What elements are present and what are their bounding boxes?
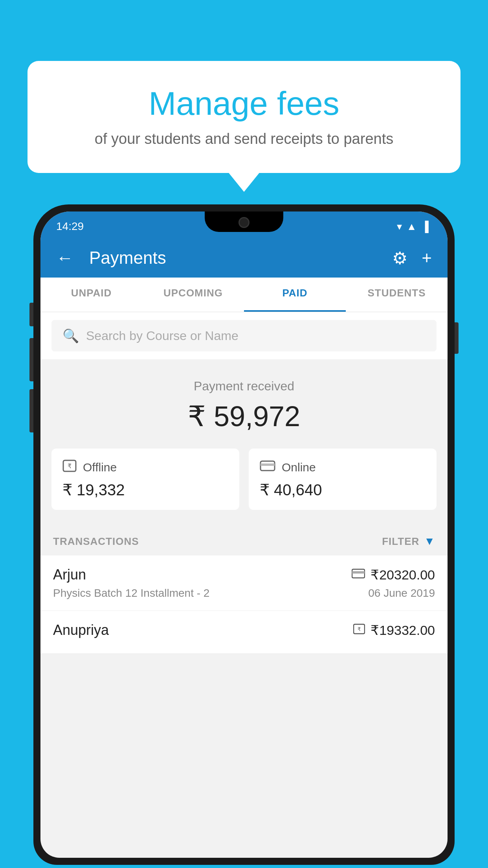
power-button (455, 322, 459, 354)
settings-icon[interactable]: ⚙ (392, 248, 407, 268)
tab-paid[interactable]: PAID (244, 278, 346, 312)
transaction-rupee-icon-anupriya: ₹ (353, 623, 365, 637)
payment-received-label: Payment received (48, 379, 440, 394)
app-title: Payments (89, 248, 380, 268)
battery-icon: ▐ (422, 221, 429, 233)
status-icons: ▾ ▲ ▐ (397, 221, 429, 233)
volume-silent-button (29, 303, 33, 326)
svg-rect-3 (261, 463, 275, 466)
transaction-name-arjun: Arjun (53, 566, 86, 583)
online-card: Online ₹ 40,640 (249, 449, 437, 510)
search-input[interactable]: Search by Course or Name (86, 329, 238, 343)
svg-text:₹: ₹ (358, 626, 361, 632)
tabs-bar: UNPAID UPCOMING PAID STUDENTS (40, 278, 448, 312)
phone-mockup: 14:29 ▾ ▲ ▐ ← Payments ⚙ (33, 204, 455, 868)
volume-up-button (29, 338, 33, 381)
payment-received-amount: ₹ 59,972 (48, 400, 440, 433)
speech-bubble: Manage fees of your students and send re… (28, 61, 460, 173)
transactions-label: TRANSACTIONS (53, 535, 139, 548)
transaction-row2-arjun: Physics Batch 12 Installment - 2 06 June… (53, 587, 435, 600)
transaction-amount-anupriya: ₹ ₹19332.00 (353, 622, 435, 638)
offline-card: ₹ Offline ₹ 19,332 (51, 449, 239, 510)
add-button[interactable]: + (422, 248, 432, 268)
status-time: 14:29 (56, 220, 84, 233)
offline-icon: ₹ (62, 460, 77, 475)
bubble-subtitle: of your students and send receipts to pa… (59, 131, 429, 147)
filter-container[interactable]: FILTER ▼ (382, 535, 435, 548)
payment-section: Payment received ₹ 59,972 (40, 359, 448, 449)
tab-unpaid[interactable]: UNPAID (40, 278, 142, 312)
payment-cards: ₹ Offline ₹ 19,332 (40, 449, 448, 524)
transactions-header: TRANSACTIONS FILTER ▼ (40, 524, 448, 555)
offline-amount: ₹ 19,332 (62, 481, 228, 499)
tab-students[interactable]: STUDENTS (346, 278, 448, 312)
signal-icon: ▲ (407, 221, 417, 233)
transaction-item-anupriya[interactable]: Anupriya ₹ ₹19332.00 (40, 611, 448, 654)
transaction-amount-value-anupriya: ₹19332.00 (371, 622, 435, 638)
search-container: 🔍 Search by Course or Name (40, 312, 448, 359)
volume-down-button (29, 389, 33, 432)
online-label: Online (282, 461, 316, 474)
online-amount: ₹ 40,640 (260, 481, 426, 499)
svg-text:₹: ₹ (68, 463, 72, 469)
filter-icon: ▼ (424, 535, 435, 548)
search-box[interactable]: 🔍 Search by Course or Name (51, 320, 437, 351)
online-card-header: Online (260, 460, 426, 475)
svg-rect-5 (352, 571, 365, 574)
transaction-card-icon-arjun (352, 568, 365, 581)
transaction-amount-arjun: ₹20320.00 (352, 567, 435, 583)
search-icon: 🔍 (62, 328, 79, 344)
transaction-name-anupriya: Anupriya (53, 622, 109, 638)
phone-outer: 14:29 ▾ ▲ ▐ ← Payments ⚙ (33, 204, 455, 865)
transaction-row1-anupriya: Anupriya ₹ ₹19332.00 (53, 622, 435, 638)
speech-bubble-container: Manage fees of your students and send re… (28, 61, 460, 173)
front-camera (238, 217, 250, 228)
transaction-desc-arjun: Physics Batch 12 Installment - 2 (53, 587, 209, 600)
transaction-row1-arjun: Arjun ₹20320.00 (53, 566, 435, 583)
app-bar-icons: ⚙ + (392, 248, 432, 268)
offline-card-header: ₹ Offline (62, 460, 228, 475)
back-button[interactable]: ← (56, 248, 73, 268)
screen-content: 14:29 ▾ ▲ ▐ ← Payments ⚙ (40, 211, 448, 858)
tab-upcoming[interactable]: UPCOMING (142, 278, 244, 312)
transaction-item-arjun[interactable]: Arjun ₹20320.00 Physics (40, 555, 448, 611)
filter-label: FILTER (382, 535, 419, 548)
wifi-icon: ▾ (397, 221, 402, 233)
app-bar: ← Payments ⚙ + (40, 238, 448, 278)
bubble-title: Manage fees (59, 85, 429, 123)
online-icon (260, 460, 275, 475)
phone-notch (205, 211, 283, 232)
phone-screen: 14:29 ▾ ▲ ▐ ← Payments ⚙ (40, 211, 448, 858)
transaction-date-arjun: 06 June 2019 (368, 587, 435, 600)
transaction-amount-value-arjun: ₹20320.00 (371, 567, 435, 583)
offline-label: Offline (83, 461, 117, 474)
